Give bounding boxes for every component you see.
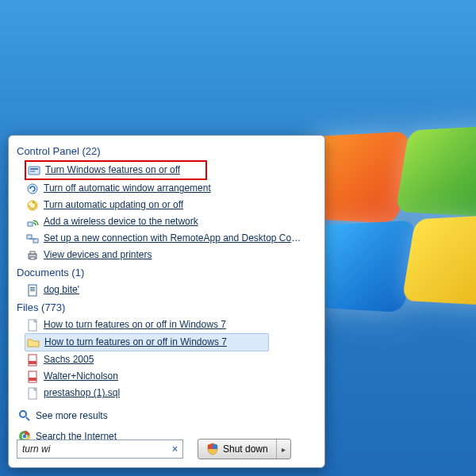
svg-rect-7 xyxy=(33,239,38,243)
result-file[interactable]: How to turn features on or off in Window… xyxy=(17,317,317,333)
arrow-cycle-icon xyxy=(26,182,39,195)
wireless-icon xyxy=(26,216,39,228)
result-link[interactable]: Set up a new connection with RemoteApp a… xyxy=(44,232,305,245)
result-file[interactable]: prestashop (1).sql xyxy=(17,385,317,401)
start-menu-footer: × Shut down ▸ xyxy=(17,439,317,459)
section-header-files: Files (773) xyxy=(17,301,317,313)
shutdown-button-group: Shut down ▸ xyxy=(198,439,291,459)
svg-rect-13 xyxy=(30,289,35,290)
see-more-results[interactable]: See more results xyxy=(17,409,317,422)
clear-search-icon[interactable]: × xyxy=(171,443,179,455)
search-input[interactable] xyxy=(21,443,171,455)
shield-icon xyxy=(206,443,219,455)
result-link[interactable]: prestashop (1).sql xyxy=(44,386,120,400)
shutdown-options-arrow[interactable]: ▸ xyxy=(276,440,290,459)
section-header-documents: Documents (1) xyxy=(17,267,317,278)
result-file[interactable]: Sachs 2005 xyxy=(17,351,317,368)
pdf-icon xyxy=(26,370,39,383)
svg-rect-9 xyxy=(30,251,35,254)
result-file-selected[interactable]: How to turn features on or off in Window… xyxy=(25,333,269,351)
result-link[interactable]: Sachs 2005 xyxy=(44,353,94,367)
svg-rect-1 xyxy=(30,168,38,170)
svg-rect-10 xyxy=(30,257,35,259)
section-header-control-panel: Control Panel (22) xyxy=(17,145,317,157)
result-turn-windows-features[interactable]: Turn Windows features on or off xyxy=(25,160,207,180)
shutdown-label: Shut down xyxy=(223,443,268,455)
svg-point-3 xyxy=(28,184,37,194)
result-link[interactable]: How to turn features on or off in Window… xyxy=(44,318,226,332)
svg-point-24 xyxy=(23,435,27,439)
result-link[interactable]: Turn Windows features on or off xyxy=(45,163,180,177)
printer-icon xyxy=(26,249,39,262)
svg-rect-19 xyxy=(29,378,36,381)
result-link[interactable]: Add a wireless device to the network xyxy=(44,215,198,228)
result-link[interactable]: Turn off automatic window arrangement xyxy=(44,182,211,195)
page-icon xyxy=(26,319,39,332)
search-box[interactable]: × xyxy=(17,440,183,459)
svg-rect-5 xyxy=(28,222,33,226)
svg-rect-6 xyxy=(27,235,32,239)
svg-rect-14 xyxy=(30,290,35,291)
chevron-right-icon: ▸ xyxy=(282,445,286,454)
result-link[interactable]: View devices and printers xyxy=(44,248,152,262)
folder-icon xyxy=(27,336,40,349)
svg-point-21 xyxy=(20,411,26,417)
program-icon xyxy=(28,164,40,177)
see-more-results-link[interactable]: See more results xyxy=(36,410,108,421)
result-file[interactable]: Walter+Nicholson xyxy=(17,368,317,385)
page-icon xyxy=(26,387,39,400)
search-icon xyxy=(18,409,31,422)
result-turn-off-window-arrangement[interactable]: Turn off automatic window arrangement xyxy=(17,180,317,197)
doc-icon xyxy=(26,284,39,297)
result-turn-automatic-updating[interactable]: Turn automatic updating on or off xyxy=(17,197,317,213)
result-link[interactable]: How to turn features on or off in Window… xyxy=(44,336,227,349)
result-link[interactable]: Turn automatic updating on or off xyxy=(44,198,183,212)
svg-rect-17 xyxy=(29,361,36,364)
result-view-devices-printers[interactable]: View devices and printers xyxy=(17,247,317,263)
result-link[interactable]: dog bite' xyxy=(44,283,79,297)
svg-rect-12 xyxy=(30,287,35,288)
shutdown-button[interactable]: Shut down xyxy=(198,440,276,459)
connection-icon xyxy=(26,232,39,245)
result-document[interactable]: dog bite' xyxy=(17,282,317,298)
start-menu-search-results: Control Panel (22) Turn Windows features… xyxy=(8,135,325,468)
update-icon xyxy=(26,199,39,212)
pdf-icon xyxy=(26,354,39,367)
result-link[interactable]: Walter+Nicholson xyxy=(44,370,118,383)
result-add-wireless-device[interactable]: Add a wireless device to the network xyxy=(17,213,317,230)
result-setup-connection-remoteapp[interactable]: Set up a new connection with RemoteApp a… xyxy=(17,230,317,247)
svg-rect-2 xyxy=(30,171,35,172)
